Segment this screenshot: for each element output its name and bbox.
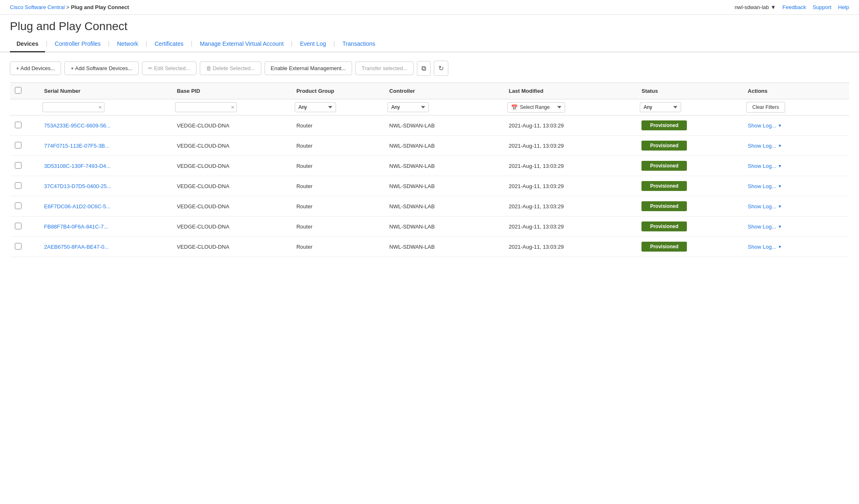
status-badge-0: Provisioned: [641, 120, 687, 130]
show-log-link-2[interactable]: Show Log... ▼: [748, 163, 782, 169]
table-row: E6F7DC06-A1D2-0C6C-5... VEDGE-CLOUD-DNA …: [10, 196, 849, 217]
col-header-modified: Last Modified: [504, 83, 637, 99]
tab-network[interactable]: Network: [110, 36, 144, 52]
filter-date-button[interactable]: 📅 Select Range: [507, 102, 565, 113]
row-pid-5: VEDGE-CLOUD-DNA: [172, 217, 291, 237]
breadcrumb-current: Plug and Play Connect: [71, 4, 129, 10]
action-dropdown-arrow-2: ▼: [778, 164, 782, 168]
row-serial-4: E6F7DC06-A1D2-0C6C-5...: [39, 196, 172, 217]
status-badge-2: Provisioned: [641, 161, 687, 171]
tab-transactions[interactable]: Transactions: [336, 36, 382, 52]
row-controller-2: NWL-SDWAN-LAB: [384, 156, 504, 176]
row-controller-6: NWL-SDWAN-LAB: [384, 237, 504, 257]
row-checkbox-6[interactable]: [15, 243, 21, 250]
show-log-link-6[interactable]: Show Log... ▼: [748, 244, 782, 250]
tab-manage-external[interactable]: Manage External Virtual Account: [193, 36, 290, 52]
row-serial-2: 3D53108C-130F-7493-D4...: [39, 156, 172, 176]
filter-pid-clear[interactable]: ✕: [231, 105, 234, 110]
status-badge-3: Provisioned: [641, 181, 687, 191]
col-header-pid: Base PID: [172, 83, 291, 99]
row-checkbox-5[interactable]: [15, 223, 21, 229]
row-status-1: Provisioned: [637, 136, 743, 156]
action-dropdown-arrow-0: ▼: [778, 123, 782, 128]
help-link[interactable]: Help: [838, 4, 849, 10]
tab-event-log[interactable]: Event Log: [293, 36, 333, 52]
status-badge-5: Provisioned: [641, 221, 687, 231]
enable-external-button[interactable]: Enable External Management...: [265, 61, 352, 75]
breadcrumb-parent[interactable]: Cisco Software Central: [10, 4, 65, 10]
copy-icon: ⧉: [421, 65, 426, 72]
support-link[interactable]: Support: [813, 4, 832, 10]
filter-group-select[interactable]: Any: [295, 102, 336, 112]
action-dropdown-arrow-3: ▼: [778, 184, 782, 188]
delete-selected-button[interactable]: 🗑 Delete Selected...: [200, 61, 261, 75]
row-pid-6: VEDGE-CLOUD-DNA: [172, 237, 291, 257]
tab-certificates[interactable]: Certificates: [148, 36, 190, 52]
action-dropdown-arrow-4: ▼: [778, 204, 782, 209]
filter-serial-input[interactable]: [43, 102, 104, 112]
row-checkbox-3[interactable]: [15, 182, 21, 189]
serial-link-3[interactable]: 37C47D13-D7D5-0400-25...: [44, 183, 111, 189]
row-checkbox-cell: [10, 156, 39, 176]
top-right-nav: nwl-sdwan-lab ▼ Feedback Support Help: [735, 4, 849, 10]
filter-pid-cell: ✕: [172, 99, 291, 115]
row-modified-0: 2021-Aug-11, 13:03:29: [504, 115, 637, 136]
serial-link-6[interactable]: 2AEB6750-8FAA-BE47-0...: [44, 244, 109, 250]
serial-link-2[interactable]: 3D53108C-130F-7493-D4...: [44, 163, 111, 169]
row-checkbox-1[interactable]: [15, 142, 21, 148]
tab-sep-3: |: [145, 36, 148, 52]
select-all-checkbox[interactable]: [15, 87, 21, 94]
serial-link-4[interactable]: E6F7DC06-A1D2-0C6C-5...: [44, 203, 111, 210]
action-dropdown-arrow-1: ▼: [778, 144, 782, 148]
add-devices-label: + Add Devices...: [16, 65, 55, 71]
row-checkbox-2[interactable]: [15, 162, 21, 169]
filter-status-cell: Any: [637, 99, 743, 115]
device-table: Serial Number Base PID Product Group Con…: [10, 82, 849, 257]
copy-button[interactable]: ⧉: [417, 61, 431, 76]
show-log-link-5[interactable]: Show Log... ▼: [748, 224, 782, 230]
delete-selected-label: 🗑 Delete Selected...: [206, 65, 255, 71]
account-dropdown[interactable]: nwl-sdwan-lab ▼: [735, 4, 776, 10]
row-modified-4: 2021-Aug-11, 13:03:29: [504, 196, 637, 217]
row-pid-1: VEDGE-CLOUD-DNA: [172, 136, 291, 156]
transfer-selected-button[interactable]: Transfer selected...: [355, 61, 414, 75]
edit-selected-button[interactable]: ✏ Edit Selected...: [142, 61, 196, 75]
serial-link-1[interactable]: 774F0715-113E-07F5-3B...: [44, 143, 109, 149]
row-pid-2: VEDGE-CLOUD-DNA: [172, 156, 291, 176]
serial-link-0[interactable]: 753A233E-95CC-6609-56...: [44, 122, 111, 129]
row-group-1: Router: [291, 136, 384, 156]
filter-checkbox-cell: [10, 99, 39, 115]
row-serial-3: 37C47D13-D7D5-0400-25...: [39, 176, 172, 196]
filter-status-select[interactable]: Any: [640, 102, 681, 112]
tab-sep-6: |: [333, 36, 336, 52]
row-checkbox-4[interactable]: [15, 203, 21, 209]
filter-serial-clear[interactable]: ✕: [98, 105, 102, 110]
row-checkbox-0[interactable]: [15, 122, 21, 128]
show-log-link-1[interactable]: Show Log... ▼: [748, 143, 782, 149]
tab-devices[interactable]: Devices: [10, 36, 45, 52]
serial-link-5[interactable]: FB88F7B4-0F6A-841C-7...: [44, 224, 108, 230]
refresh-button[interactable]: ↻: [434, 61, 448, 76]
row-actions-2: Show Log... ▼: [743, 156, 849, 176]
tab-sep-5: |: [290, 36, 293, 52]
filter-controller-select[interactable]: Any: [388, 102, 429, 112]
show-log-link-0[interactable]: Show Log... ▼: [748, 122, 782, 129]
row-modified-3: 2021-Aug-11, 13:03:29: [504, 176, 637, 196]
feedback-link[interactable]: Feedback: [783, 4, 806, 10]
show-log-link-3[interactable]: Show Log... ▼: [748, 183, 782, 189]
row-actions-5: Show Log... ▼: [743, 217, 849, 237]
filter-date-cell: 📅 Select Range: [504, 99, 637, 115]
select-all-header: [10, 83, 39, 99]
row-actions-3: Show Log... ▼: [743, 176, 849, 196]
clear-filters-button[interactable]: Clear Filters: [746, 102, 786, 113]
status-badge-4: Provisioned: [641, 201, 687, 211]
status-badge-1: Provisioned: [641, 141, 687, 151]
tab-sep-2: |: [107, 36, 111, 52]
show-log-link-4[interactable]: Show Log... ▼: [748, 203, 782, 210]
table-row: FB88F7B4-0F6A-841C-7... VEDGE-CLOUD-DNA …: [10, 217, 849, 237]
add-software-devices-button[interactable]: + Add Software Devices...: [64, 61, 138, 75]
filter-pid-input[interactable]: [175, 102, 237, 112]
add-devices-button[interactable]: + Add Devices...: [10, 61, 61, 75]
tab-controller-profiles[interactable]: Controller Profiles: [48, 36, 107, 52]
col-header-group: Product Group: [291, 83, 384, 99]
